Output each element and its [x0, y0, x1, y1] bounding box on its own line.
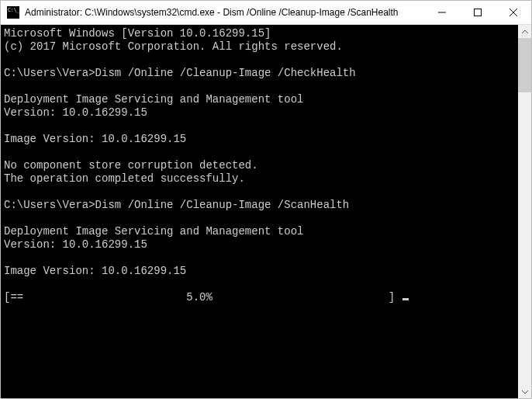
chevron-down-icon	[522, 390, 528, 394]
terminal-line: Version: 10.0.16299.15	[4, 106, 515, 120]
cmd-icon	[7, 6, 19, 19]
terminal-line: (c) 2017 Microsoft Corporation. All righ…	[4, 40, 515, 54]
terminal-line	[4, 80, 515, 93]
close-icon	[510, 9, 517, 16]
terminal-line	[4, 278, 515, 291]
terminal-cursor	[402, 298, 409, 300]
terminal-line	[4, 252, 515, 265]
terminal-line: The operation completed successfully.	[4, 172, 515, 186]
scroll-up-arrow[interactable]	[518, 25, 531, 38]
terminal-line: Image Version: 10.0.16299.15	[4, 133, 515, 146]
minimize-icon	[438, 9, 446, 16]
terminal-line	[4, 120, 515, 133]
vertical-scrollbar[interactable]	[518, 25, 531, 398]
terminal-line	[4, 186, 515, 199]
scroll-thumb[interactable]	[518, 38, 531, 92]
window-titlebar: Administrator: C:\Windows\system32\cmd.e…	[1, 1, 531, 25]
maximize-icon	[474, 9, 482, 16]
close-button[interactable]	[496, 1, 531, 24]
terminal-container: Microsoft Windows [Version 10.0.16299.15…	[1, 25, 531, 398]
progress-line: [== 5.0% ]	[4, 291, 515, 304]
maximize-button[interactable]	[460, 1, 496, 24]
scroll-down-arrow[interactable]	[518, 385, 531, 398]
terminal-line: Deployment Image Servicing and Managemen…	[4, 93, 515, 106]
terminal-line: Image Version: 10.0.16299.15	[4, 265, 515, 278]
terminal-line	[4, 54, 515, 67]
terminal-line: Deployment Image Servicing and Managemen…	[4, 225, 515, 238]
terminal-line	[4, 146, 515, 159]
svg-rect-1	[475, 9, 482, 16]
chevron-up-icon	[522, 30, 528, 33]
terminal-line: C:\Users\Vera>Dism /Online /Cleanup-Imag…	[4, 199, 515, 212]
terminal-line: C:\Users\Vera>Dism /Online /Cleanup-Imag…	[4, 67, 515, 80]
terminal-line	[4, 212, 515, 225]
terminal-output[interactable]: Microsoft Windows [Version 10.0.16299.15…	[1, 25, 518, 398]
minimize-button[interactable]	[424, 1, 460, 24]
terminal-line: No component store corruption detected.	[4, 159, 515, 172]
window-controls	[424, 1, 531, 24]
terminal-line: Version: 10.0.16299.15	[4, 238, 515, 252]
window-title: Administrator: C:\Windows\system32\cmd.e…	[25, 7, 424, 18]
terminal-line: Microsoft Windows [Version 10.0.16299.15…	[4, 27, 515, 40]
